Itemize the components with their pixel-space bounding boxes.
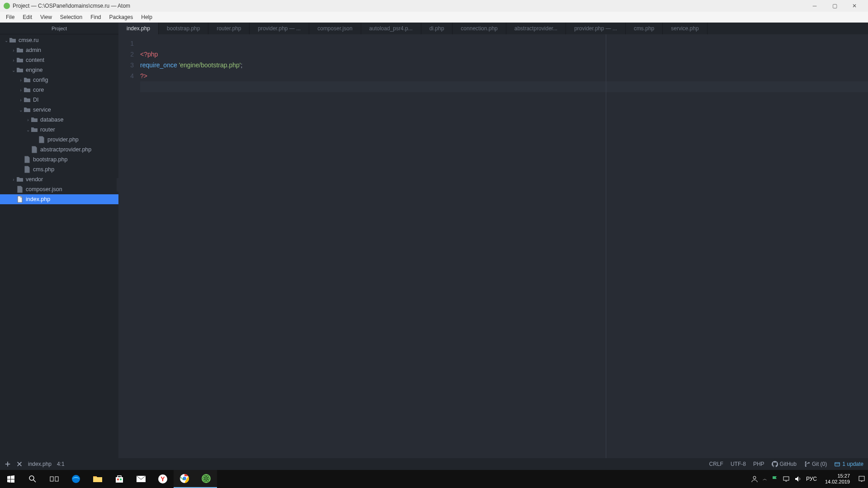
close-button[interactable]: ✕ [844,0,864,12]
tray-clock[interactable]: 15:27 14.02.2019 [821,473,854,485]
tree-folder-content[interactable]: ›content [0,55,118,65]
folder-icon [24,96,31,103]
new-file-button[interactable] [5,461,11,467]
minimize-button[interactable]: ─ [805,0,825,12]
menu-edit[interactable]: Edit [19,13,36,22]
tray-network-icon[interactable] [783,476,790,482]
tree-item-label: router [40,127,55,133]
menu-find[interactable]: Find [86,13,105,22]
svg-point-4 [72,475,80,483]
tray-notifications-icon[interactable] [858,475,865,483]
file-icon [31,146,38,153]
taskbar-chrome[interactable] [174,470,195,488]
menu-file[interactable]: File [2,13,19,22]
status-language[interactable]: PHP [753,461,764,467]
tree-item-label: bootstrap.php [33,156,67,163]
tab-index-php[interactable]: index.php [118,23,159,34]
tree-folder-engine[interactable]: ⌄engine [0,65,118,75]
tab-provider-php-[interactable]: provider.php — ... [250,23,309,34]
tree-file-provider-php[interactable]: provider.php [0,135,118,145]
tree-file-abstractprovider-php[interactable]: abstractprovider.php [0,145,118,155]
status-filename[interactable]: index.php [28,461,52,467]
task-view-button[interactable] [43,470,65,488]
menu-view[interactable]: View [36,13,56,22]
chevron-right-icon: › [18,78,24,83]
taskbar-store[interactable] [108,470,130,488]
tree-folder-router[interactable]: ⌄router [0,125,118,135]
tree-folder-admin[interactable]: ›admin [0,45,118,55]
code-content[interactable]: <?phprequire_once 'engine/bootstrap.php'… [140,34,868,458]
chevron-right-icon: › [11,177,16,182]
tree-file-index-php[interactable]: index.php [0,194,118,204]
chevron-right-icon: › [11,48,16,53]
git-branch-icon [804,461,810,467]
tree-folder-database[interactable]: ›database [0,115,118,125]
tree-folder-di[interactable]: ›DI [0,95,118,105]
tab-cms-php[interactable]: cms.php [626,23,663,34]
tree-item-label: service [33,107,51,113]
tree-file-cms-php[interactable]: cms.php [0,164,118,174]
status-cursor[interactable]: 4:1 [57,461,65,467]
yandex-icon: Y [158,474,168,484]
close-file-button[interactable] [16,461,23,467]
tab-bootstrap-php[interactable]: bootstrap.php [159,23,208,34]
mail-icon [136,475,146,483]
tree-file-bootstrap-php[interactable]: bootstrap.php [0,155,118,164]
taskbar-mail[interactable] [130,470,152,488]
tree-file-composer-json[interactable]: composer.json [0,184,118,194]
folder-icon [24,76,31,84]
tray-volume-icon[interactable] [794,476,802,482]
tray-flag-icon[interactable] [772,476,778,482]
taskbar-yandex[interactable]: Y [152,470,174,488]
store-icon [115,474,124,483]
package-icon [834,461,840,467]
tree-folder-config[interactable]: ›config [0,75,118,85]
folder-icon [31,116,38,123]
tray-chevron-up-icon[interactable]: ︿ [763,476,767,482]
menu-packages[interactable]: Packages [105,13,137,22]
edge-icon [71,474,81,484]
svg-rect-3 [55,477,58,481]
tree-item-label: index.php [26,196,50,202]
tree-folder-vendor[interactable]: ›vendor [0,174,118,184]
tab-di-php[interactable]: di.php [421,23,453,34]
chrome-icon [179,474,189,483]
code-editor[interactable]: 1 2 3 4 <?phprequire_once 'engine/bootst… [118,34,868,458]
atom-app-icon [201,474,211,483]
file-icon [16,196,24,203]
folder-icon [24,86,31,94]
tree-folder-core[interactable]: ›core [0,85,118,95]
tree-item-label: provider.php [47,136,79,143]
menu-help[interactable]: Help [137,13,156,22]
taskbar-atom[interactable] [195,470,217,488]
search-button[interactable] [22,470,43,488]
svg-rect-0 [835,463,840,466]
maximize-button[interactable]: ▢ [825,0,844,12]
tray-people-icon[interactable] [751,475,758,483]
sidebar-title: Project [0,23,118,34]
folder-icon [93,475,103,483]
taskbar-explorer[interactable] [87,470,108,488]
line-gutter: 1 2 3 4 [118,34,140,458]
status-encoding[interactable]: UTF-8 [731,461,746,467]
tray-language[interactable]: РУС [806,476,817,482]
tab-provider-php-[interactable]: provider.php — ... [566,23,626,34]
tab-router-php[interactable]: router.php [208,23,250,34]
tree-folder-cmse-ru[interactable]: ⌄cmse.ru [0,35,118,45]
menu-selection[interactable]: Selection [56,13,86,22]
file-tree[interactable]: ⌄cmse.ru›admin›content⌄engine›config›cor… [0,34,118,458]
status-updates[interactable]: 1 update [834,461,863,467]
status-git[interactable]: Git (0) [804,461,827,467]
tab-service-php[interactable]: service.php [663,23,707,34]
tree-folder-service[interactable]: ⌄service [0,105,118,115]
taskbar-edge[interactable] [65,470,87,488]
tab-abstractprovider-[interactable]: abstractprovider... [506,23,566,34]
start-button[interactable] [0,470,22,488]
tab-composer-json[interactable]: composer.json [309,23,361,34]
tree-item-label: abstractprovider.php [40,146,91,153]
status-line-ending[interactable]: CRLF [709,461,723,467]
status-github[interactable]: GitHub [772,461,797,467]
tab-connection-php[interactable]: connection.php [453,23,506,34]
tab-autoload-psr4-p-[interactable]: autoload_psr4.p... [361,23,421,34]
menu-bar: File Edit View Selection Find Packages H… [0,12,868,23]
